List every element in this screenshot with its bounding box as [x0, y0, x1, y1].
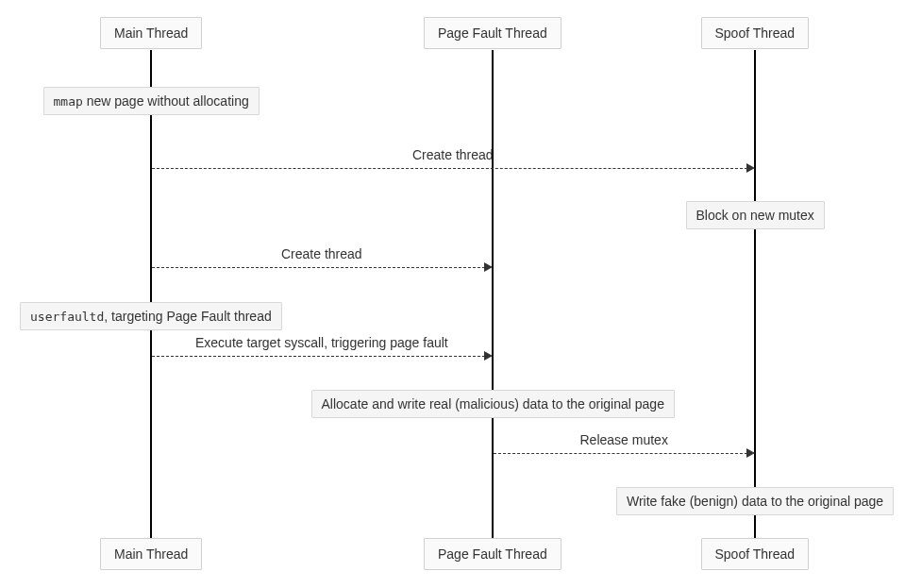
msg-release-mutex-line [494, 453, 747, 454]
participant-label: Page Fault Thread [438, 25, 547, 41]
note-block-mutex: Block on new mutex [686, 201, 825, 229]
msg-exec-syscall-line [152, 356, 485, 357]
lifeline-fault [492, 50, 494, 538]
participant-label: Spoof Thread [715, 546, 796, 562]
participant-label: Main Thread [114, 25, 188, 41]
participant-label: Main Thread [114, 546, 188, 562]
note-userfaultd: userfaultd, targeting Page Fault thread [20, 302, 282, 330]
note-text: Allocate and write real (malicious) data… [322, 396, 664, 412]
note-text: Block on new mutex [696, 208, 814, 223]
msg-create-fault-arrow [484, 262, 493, 272]
note-alloc-write: Allocate and write real (malicious) data… [311, 390, 675, 418]
msg-create-fault-label: Create thread [281, 246, 362, 261]
msg-release-mutex-label: Release mutex [580, 432, 668, 447]
lifeline-spoof [754, 50, 756, 538]
participant-fault-bottom: Page Fault Thread [424, 538, 561, 570]
participant-main-top: Main Thread [100, 17, 202, 49]
msg-create-spoof-arrow [746, 163, 755, 173]
note-text: userfaultd, targeting Page Fault thread [30, 309, 272, 324]
participant-label: Spoof Thread [715, 25, 796, 41]
lifeline-main [150, 50, 152, 538]
msg-create-spoof-label: Create thread [412, 147, 494, 162]
participant-spoof-bottom: Spoof Thread [701, 538, 810, 570]
msg-create-spoof-line [152, 168, 747, 169]
note-mmap: mmap new page without allocating [43, 87, 260, 115]
msg-exec-syscall-arrow [484, 351, 493, 361]
msg-exec-syscall-label: Execute target syscall, triggering page … [195, 335, 448, 350]
message-text: Create thread [281, 246, 362, 261]
msg-release-mutex-arrow [746, 448, 755, 458]
participant-fault-top: Page Fault Thread [424, 17, 561, 49]
msg-create-fault-line [152, 267, 485, 268]
note-write-fake: Write fake (benign) data to the original… [616, 487, 894, 515]
participant-label: Page Fault Thread [438, 546, 547, 562]
message-text: Release mutex [580, 432, 668, 447]
note-text: mmap new page without allocating [54, 93, 249, 109]
participant-main-bottom: Main Thread [100, 538, 202, 570]
message-text: Create thread [412, 147, 494, 162]
message-text: Execute target syscall, triggering page … [195, 335, 448, 350]
participant-spoof-top: Spoof Thread [701, 17, 810, 49]
note-text: Write fake (benign) data to the original… [627, 494, 883, 509]
